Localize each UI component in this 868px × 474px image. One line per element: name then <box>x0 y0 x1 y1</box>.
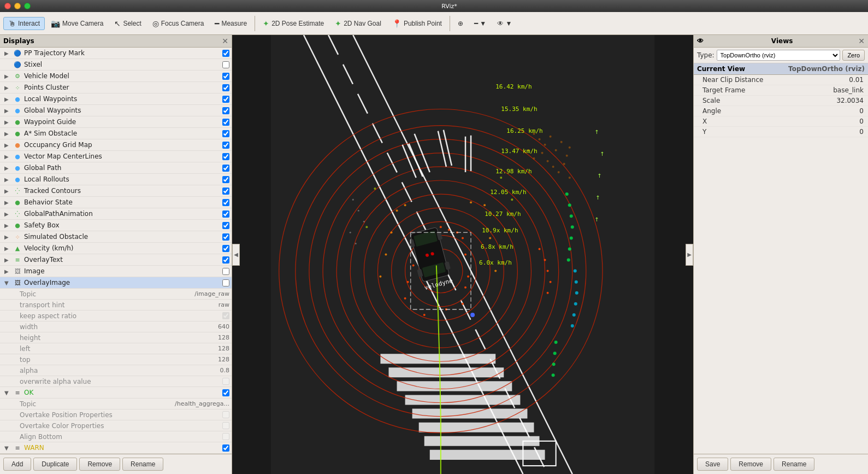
expand-image[interactable]: ▶ <box>4 268 11 274</box>
rename-display-button[interactable]: Rename <box>122 458 163 471</box>
display-item-warn[interactable]: ▼ ≡ WARN <box>0 442 232 454</box>
expand-vector-map-centerlines[interactable]: ▶ <box>4 154 11 160</box>
display-item-image[interactable]: ▶ 🖼 Image <box>0 266 232 277</box>
expand-global-path[interactable]: ▶ <box>4 165 11 171</box>
expand-astar-sim-obstacle[interactable]: ▶ <box>4 131 11 137</box>
close-button[interactable] <box>4 3 11 9</box>
collapse-left-button[interactable]: ◀ <box>232 244 240 266</box>
eye-button[interactable]: 👁 ▼ <box>492 17 517 30</box>
expand-vehicle-model[interactable]: ▶ <box>4 73 11 79</box>
check-pp-trajectory[interactable] <box>222 50 229 57</box>
arrow-menu-button[interactable]: ━ ▼ <box>469 17 491 30</box>
check-waypoint-guide[interactable] <box>222 119 229 126</box>
collapse-right-button[interactable]: ▶ <box>686 244 693 266</box>
check-tracked-contours[interactable] <box>222 188 229 195</box>
expand-simulated-obstacle[interactable]: ▶ <box>4 234 11 240</box>
displays-close-button[interactable]: ✕ <box>222 37 228 45</box>
display-item-waypoint-guide[interactable]: ▶ ● Waypoint Guide <box>0 116 232 128</box>
display-item-astar-sim-obstacle[interactable]: ▶ ● A* Sim Obstacle <box>0 128 232 139</box>
display-item-stixel[interactable]: 🔵 Stixel <box>0 59 232 71</box>
display-item-velocity[interactable]: ▶ ▲ Velocity (km/h) <box>0 243 232 254</box>
check-overlay-text[interactable] <box>222 256 229 264</box>
display-item-tracked-contours[interactable]: ▶ ⁛ Tracked Contours <box>0 185 232 197</box>
views-save-button[interactable]: Save <box>697 458 728 471</box>
check-simulated-obstacle[interactable] <box>222 233 229 241</box>
sub-value-topic: /image_raw <box>194 290 229 297</box>
check-global-waypoints[interactable] <box>222 107 229 114</box>
display-item-vehicle-model[interactable]: ▶ ⚙ Vehicle Model <box>0 71 232 82</box>
publish-point-button[interactable]: 📍 Publish Point <box>387 17 447 30</box>
expand-tracked-contours[interactable]: ▶ <box>4 188 11 194</box>
expand-global-waypoints[interactable]: ▶ <box>4 108 11 114</box>
remove-display-button[interactable]: Remove <box>79 458 120 471</box>
views-zero-button[interactable]: Zero <box>842 50 865 61</box>
display-item-safety-box[interactable]: ▶ ● Safety Box <box>0 220 232 231</box>
expand-behavior-state[interactable]: ▶ <box>4 200 11 206</box>
views-type-select[interactable]: TopDownOrtho (rviz) <box>717 50 841 61</box>
expand-ok[interactable]: ▼ <box>4 390 11 396</box>
display-item-occupancy-grid-map[interactable]: ▶ ● Occupancy Grid Map <box>0 139 232 151</box>
maximize-button[interactable] <box>24 3 31 9</box>
views-rename-button[interactable]: Rename <box>773 458 814 471</box>
check-image[interactable] <box>222 268 229 275</box>
check-vehicle-model[interactable] <box>222 73 229 80</box>
check-local-rollouts[interactable] <box>222 176 229 183</box>
display-item-local-rollouts[interactable]: ▶ ● Local Rollouts <box>0 174 232 185</box>
duplicate-button[interactable]: Duplicate <box>33 458 77 471</box>
check-warn[interactable] <box>222 444 229 452</box>
3d-view[interactable]: ◀ <box>232 35 693 474</box>
expand-local-waypoints[interactable]: ▶ <box>4 96 11 102</box>
check-overlay-image[interactable] <box>222 279 229 286</box>
display-item-vector-map-centerlines[interactable]: ▶ ● Vector Map CenterLines <box>0 151 232 162</box>
nav-goal-button[interactable]: ✦ 2D Nav Goal <box>330 17 386 30</box>
expand-safety-box[interactable]: ▶ <box>4 223 11 229</box>
select-button[interactable]: ↖ Select <box>109 17 146 30</box>
check-local-waypoints[interactable] <box>222 96 229 103</box>
check-stixel[interactable] <box>222 61 229 68</box>
display-item-simulated-obstacle[interactable]: ▶ ⁘ Simulated Obstacle <box>0 231 232 243</box>
expand-velocity[interactable]: ▶ <box>4 245 11 251</box>
check-vector-map-centerlines[interactable] <box>222 153 229 160</box>
display-item-global-waypoints[interactable]: ▶ ● Global Waypoints <box>0 105 232 116</box>
check-velocity[interactable] <box>222 245 229 252</box>
displays-list[interactable]: ▶ 🔵 PP Trajectory Mark 🔵 Stixel ▶ ⚙ Vehi… <box>0 48 232 454</box>
expand-overlay-text[interactable]: ▶ <box>4 257 11 263</box>
check-astar-sim-obstacle[interactable] <box>222 130 229 137</box>
display-item-global-path[interactable]: ▶ ● Global Path <box>0 162 232 174</box>
crosshair-button[interactable]: ⊕ <box>453 17 468 30</box>
views-remove-button[interactable]: Remove <box>730 458 771 471</box>
rviz-canvas: ↑ ↑ ↑ ↑ ↑ 16.42 km/h 15.35 km/h 16.25 km… <box>232 35 693 474</box>
expand-overlay-image[interactable]: ▼ <box>4 280 11 286</box>
display-item-ok[interactable]: ▼ ≡ OK <box>0 387 232 399</box>
views-close-button[interactable]: ✕ <box>858 37 865 45</box>
expand-global-path-animation[interactable]: ▶ <box>4 211 11 217</box>
expand-pp-trajectory[interactable]: ▶ <box>4 50 11 56</box>
check-ok[interactable] <box>222 389 229 396</box>
add-button[interactable]: Add <box>3 458 31 471</box>
expand-local-rollouts[interactable]: ▶ <box>4 177 11 183</box>
display-item-pp-trajectory[interactable]: ▶ 🔵 PP Trajectory Mark <box>0 48 232 59</box>
display-item-local-waypoints[interactable]: ▶ ● Local Waypoints <box>0 93 232 105</box>
move-camera-button[interactable]: 📷 Move Camera <box>46 17 108 30</box>
check-occupancy-grid-map[interactable] <box>222 142 229 149</box>
expand-waypoint-guide[interactable]: ▶ <box>4 119 11 125</box>
display-item-global-path-animation[interactable]: ▶ ⁛ GlobalPathAnimation <box>0 208 232 220</box>
expand-warn[interactable]: ▼ <box>4 445 11 451</box>
display-item-behavior-state[interactable]: ▶ ● Behavior State <box>0 197 232 208</box>
display-item-overlay-text[interactable]: ▶ ≡ OverlayText <box>0 254 232 266</box>
expand-points-cluster[interactable]: ▶ <box>4 85 11 91</box>
check-behavior-state[interactable] <box>222 199 229 206</box>
svg-point-129 <box>355 243 357 244</box>
check-points-cluster[interactable] <box>222 84 229 91</box>
check-global-path-animation[interactable] <box>222 210 229 218</box>
minimize-button[interactable] <box>14 3 21 9</box>
display-item-overlay-image[interactable]: ▼ 🖼 OverlayImage <box>0 277 232 289</box>
check-safety-box[interactable] <box>222 222 229 229</box>
measure-button[interactable]: ━ Measure <box>210 17 252 30</box>
pose-estimate-button[interactable]: ✦ 2D Pose Estimate <box>258 17 329 30</box>
focus-camera-button[interactable]: ◎ Focus Camera <box>147 17 209 30</box>
interact-button[interactable]: 🖱 Interact <box>3 17 45 30</box>
display-item-points-cluster[interactable]: ▶ ⁘ Points Cluster <box>0 82 232 93</box>
check-global-path[interactable] <box>222 165 229 172</box>
expand-occupancy-grid-map[interactable]: ▶ <box>4 142 11 148</box>
